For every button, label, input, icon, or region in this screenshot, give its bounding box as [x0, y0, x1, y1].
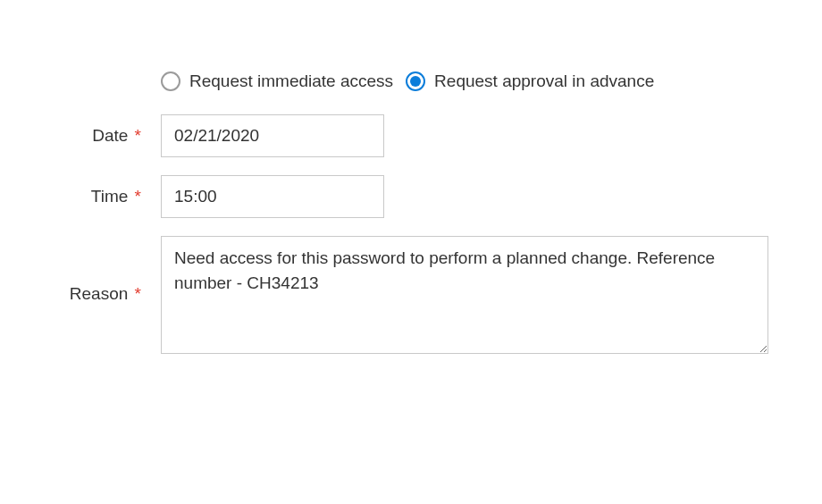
date-label-text: Date [92, 126, 128, 145]
time-field-row: Time * [36, 175, 768, 218]
required-indicator: * [135, 126, 141, 145]
radio-inner-dot [410, 76, 421, 87]
radio-approval-advance[interactable]: Request approval in advance [406, 71, 654, 91]
date-label: Date * [36, 126, 161, 146]
reason-label: Reason * [36, 236, 161, 304]
time-input[interactable] [161, 175, 384, 218]
date-field-row: Date * [36, 114, 768, 157]
reason-label-text: Reason [70, 284, 129, 303]
radio-label-advance: Request approval in advance [434, 71, 654, 91]
time-label: Time * [36, 187, 161, 206]
radio-icon [161, 71, 180, 91]
radio-icon-selected [406, 71, 425, 91]
radio-label-immediate: Request immediate access [189, 71, 393, 91]
radio-immediate-access[interactable]: Request immediate access [161, 71, 393, 91]
required-indicator: * [135, 284, 141, 303]
reason-textarea[interactable] [161, 236, 768, 354]
access-request-form: Request immediate access Request approva… [36, 71, 768, 354]
reason-field-row: Reason * [36, 236, 768, 354]
time-label-text: Time [91, 187, 129, 206]
date-input[interactable] [161, 114, 384, 157]
required-indicator: * [135, 187, 141, 206]
request-type-radio-group: Request immediate access Request approva… [161, 71, 768, 91]
